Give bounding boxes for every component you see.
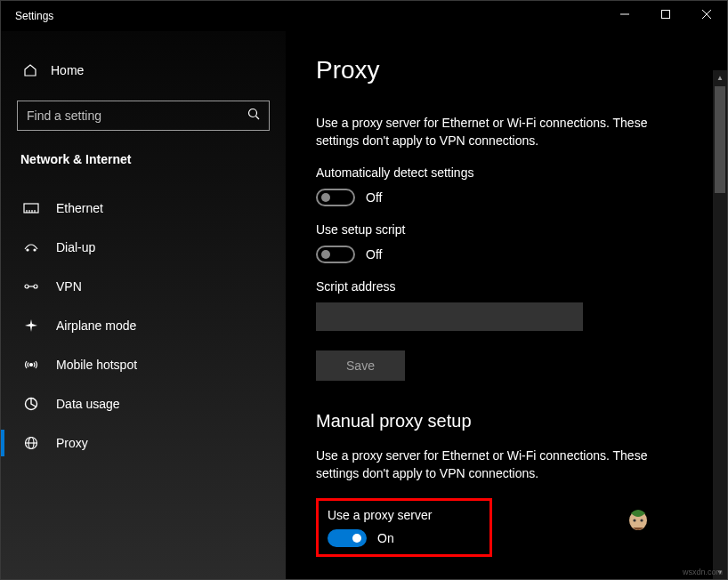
sidebar-item-airplane[interactable]: Airplane mode bbox=[1, 307, 286, 344]
svg-point-22 bbox=[633, 519, 635, 521]
script-address-label: Script address bbox=[316, 279, 697, 294]
sidebar-item-label: Data usage bbox=[56, 397, 120, 411]
hotspot-icon bbox=[22, 358, 40, 371]
close-button[interactable] bbox=[686, 1, 727, 28]
save-button[interactable]: Save bbox=[316, 350, 405, 381]
auto-detect-toggle-row: Off bbox=[316, 189, 697, 206]
content-area: Home Network & Internet Ethernet bbox=[1, 31, 727, 579]
dialup-icon bbox=[22, 242, 40, 253]
datausage-icon bbox=[22, 397, 40, 411]
scroll-thumb[interactable] bbox=[715, 86, 725, 193]
scroll-up-button[interactable]: ▲ bbox=[713, 70, 727, 85]
sidebar-item-vpn[interactable]: VPN bbox=[1, 268, 286, 305]
home-icon bbox=[22, 63, 38, 77]
sidebar-nav: Ethernet Dial-up VPN bbox=[1, 189, 286, 462]
minimize-icon bbox=[620, 10, 629, 19]
toggle-knob bbox=[321, 250, 330, 259]
avatar bbox=[624, 503, 652, 536]
search-icon bbox=[247, 108, 260, 124]
svg-point-13 bbox=[25, 285, 28, 288]
svg-point-11 bbox=[27, 249, 28, 251]
settings-window: Settings Home bbox=[0, 0, 728, 580]
window-title: Settings bbox=[15, 1, 53, 22]
setup-script-label: Use setup script bbox=[316, 222, 697, 237]
sidebar-section-label: Network & Internet bbox=[17, 152, 270, 166]
svg-point-16 bbox=[30, 364, 33, 367]
airplane-icon bbox=[22, 318, 40, 333]
main-panel: Proxy Use a proxy server for Ethernet or… bbox=[286, 31, 727, 579]
sidebar-item-hotspot[interactable]: Mobile hotspot bbox=[1, 346, 286, 383]
close-icon bbox=[702, 10, 711, 19]
watermark: wsxdn.com bbox=[683, 568, 723, 576]
sidebar-item-label: Dial-up bbox=[56, 240, 95, 254]
maximize-button[interactable] bbox=[645, 1, 686, 28]
svg-rect-1 bbox=[662, 11, 670, 19]
proxy-icon bbox=[22, 436, 40, 450]
page-title: Proxy bbox=[316, 56, 697, 85]
search-box[interactable] bbox=[17, 101, 270, 131]
svg-point-23 bbox=[640, 519, 643, 521]
svg-point-4 bbox=[249, 109, 257, 117]
window-controls bbox=[604, 1, 727, 28]
auto-detect-toggle[interactable] bbox=[316, 189, 355, 206]
sidebar-item-datausage[interactable]: Data usage bbox=[1, 385, 286, 423]
sidebar-item-label: Proxy bbox=[56, 436, 88, 450]
highlight-annotation: Use a proxy server On bbox=[316, 498, 492, 557]
home-nav[interactable]: Home bbox=[17, 56, 270, 85]
toggle-knob bbox=[321, 193, 330, 202]
setup-script-state: Off bbox=[366, 247, 382, 262]
sidebar-item-label: Airplane mode bbox=[56, 318, 136, 333]
maximize-icon bbox=[661, 10, 670, 19]
titlebar: Settings bbox=[1, 1, 727, 31]
search-input[interactable] bbox=[27, 109, 247, 123]
setup-script-toggle[interactable] bbox=[316, 246, 355, 263]
use-proxy-state: On bbox=[377, 531, 394, 545]
svg-line-5 bbox=[256, 117, 260, 120]
sidebar-item-label: VPN bbox=[56, 279, 82, 294]
sidebar-item-ethernet[interactable]: Ethernet bbox=[1, 189, 286, 227]
svg-rect-6 bbox=[24, 204, 38, 213]
minimize-button[interactable] bbox=[604, 1, 645, 28]
use-proxy-toggle-row: On bbox=[328, 529, 481, 547]
setup-script-toggle-row: Off bbox=[316, 246, 697, 263]
auto-detect-label: Automatically detect settings bbox=[316, 165, 697, 180]
sidebar-item-proxy[interactable]: Proxy bbox=[1, 424, 286, 462]
svg-point-12 bbox=[34, 249, 36, 251]
vertical-scrollbar[interactable]: ▲ ▼ bbox=[713, 70, 727, 579]
auto-detect-state: Off bbox=[366, 190, 382, 205]
manual-proxy-description: Use a proxy server for Ethernet or Wi-Fi… bbox=[316, 447, 690, 482]
use-proxy-label: Use a proxy server bbox=[328, 508, 481, 522]
sidebar-item-label: Mobile hotspot bbox=[56, 358, 137, 372]
toggle-knob bbox=[352, 534, 361, 543]
auto-proxy-description: Use a proxy server for Ethernet or Wi-Fi… bbox=[316, 115, 690, 149]
use-proxy-toggle[interactable] bbox=[328, 529, 367, 547]
sidebar-item-label: Ethernet bbox=[56, 201, 103, 215]
main-scroll-region: Proxy Use a proxy server for Ethernet or… bbox=[286, 31, 727, 579]
manual-proxy-heading: Manual proxy setup bbox=[316, 411, 697, 431]
home-label: Home bbox=[51, 63, 84, 77]
sidebar-item-dialup[interactable]: Dial-up bbox=[1, 229, 286, 266]
svg-point-14 bbox=[34, 285, 37, 288]
ethernet-icon bbox=[22, 202, 40, 214]
sidebar: Home Network & Internet Ethernet bbox=[1, 31, 286, 579]
script-address-input[interactable] bbox=[316, 302, 583, 331]
vpn-icon bbox=[22, 281, 40, 292]
